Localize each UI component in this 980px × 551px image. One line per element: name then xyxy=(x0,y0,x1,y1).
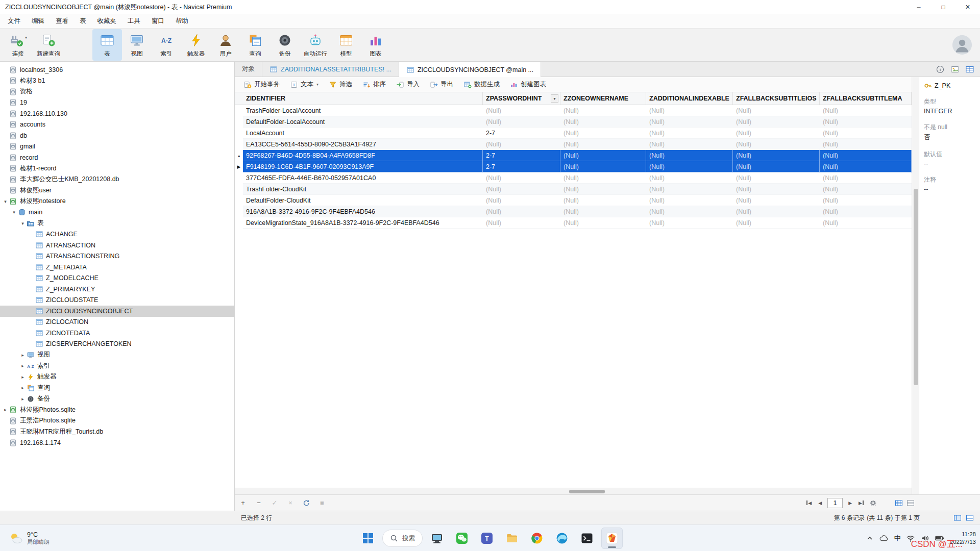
table-row[interactable]: ●92F68267-B46D-4D55-8B04-A4FA9658FD8F2-7… xyxy=(235,150,912,161)
tree-item[interactable]: 李大辉公交巴士KMB_20201208.db xyxy=(0,174,234,185)
expand-chevron-icon[interactable]: ▾ xyxy=(19,221,26,226)
menu-item[interactable]: 查看 xyxy=(50,15,74,28)
menu-item[interactable]: 文件 xyxy=(2,15,26,28)
table-cell[interactable]: (Null) xyxy=(820,184,912,195)
table-cell[interactable]: (Null) xyxy=(733,139,820,150)
model-button[interactable]: 模型 xyxy=(331,29,361,61)
table-cell[interactable]: (Null) xyxy=(820,116,912,128)
table-cell[interactable]: (Null) xyxy=(560,116,646,128)
tab-objects[interactable]: 对象 xyxy=(235,62,262,77)
tree-item[interactable]: ZICCLOUDSYNCINGOBJECT xyxy=(0,306,234,317)
table-cell[interactable]: (Null) xyxy=(646,217,733,229)
image-icon[interactable] xyxy=(950,64,960,74)
text-mode-button[interactable]: T文本▾ xyxy=(285,78,323,91)
table-cell[interactable]: TrashFolder-LocalAccount xyxy=(243,105,483,116)
terminal-taskbar-icon[interactable] xyxy=(576,528,598,549)
table-cell[interactable]: (Null) xyxy=(733,128,820,139)
table-cell[interactable]: (Null) xyxy=(560,184,646,195)
table-cell[interactable]: (Null) xyxy=(483,206,560,217)
edge-taskbar-icon[interactable] xyxy=(551,528,573,549)
table-cell[interactable]: (Null) xyxy=(483,105,560,116)
tree-item[interactable]: ATRANSACTION xyxy=(0,240,234,251)
teams-taskbar-icon[interactable]: T xyxy=(476,528,498,549)
sort-button[interactable]: 排序 xyxy=(358,78,390,91)
table-cell[interactable]: (Null) xyxy=(560,195,646,206)
monitor-app-taskbar-icon[interactable] xyxy=(426,528,448,549)
tree-item[interactable]: ▾表 xyxy=(0,218,234,229)
create-chart-button[interactable]: 创建图表 xyxy=(505,78,551,91)
table-row[interactable]: 916A8A1B-3372-4916-9F2C-9F4EBFA4D546(Nul… xyxy=(235,206,912,217)
taskbar-weather[interactable]: 9°C 局部晴朗 xyxy=(3,528,55,549)
tree-item[interactable]: Z_METADATA xyxy=(0,262,234,273)
previous-record-button[interactable]: ◀ xyxy=(817,499,823,507)
trigger-button[interactable]: 触发器 xyxy=(181,29,211,61)
table-cell[interactable]: 2-7 xyxy=(483,161,560,172)
tree-item[interactable]: accounts xyxy=(0,119,234,131)
new-query-button[interactable]: 新建查询 xyxy=(33,29,64,61)
table-cell[interactable]: (Null) xyxy=(560,128,646,139)
table-cell[interactable]: (Null) xyxy=(483,139,560,150)
table-row[interactable]: EA13CCE5-5614-455D-8090-2C5B3A1F4927(Nul… xyxy=(235,139,912,150)
table-cell[interactable]: LocalAccount xyxy=(243,128,483,139)
table-cell[interactable]: (Null) xyxy=(483,116,560,128)
menu-item[interactable]: 工具 xyxy=(122,15,146,28)
table-row[interactable]: ▶F9148199-1C6D-4B1F-9607-02093C913A9F2-7… xyxy=(235,161,912,172)
table-cell[interactable]: (Null) xyxy=(560,172,646,184)
table-cell[interactable]: (Null) xyxy=(646,105,733,116)
table-cell[interactable]: (Null) xyxy=(483,217,560,229)
tree-item[interactable]: record xyxy=(0,152,234,163)
tree-item[interactable]: 林俊熙user xyxy=(0,185,234,196)
first-record-button[interactable]: ◀ xyxy=(805,499,813,507)
table-cell[interactable]: (Null) xyxy=(820,128,912,139)
table-cell[interactable]: (Null) xyxy=(733,184,820,195)
tree-item[interactable]: ZICLOCATION xyxy=(0,317,234,328)
table-cell[interactable]: (Null) xyxy=(560,139,646,150)
table-cell[interactable]: (Null) xyxy=(820,206,912,217)
tree-item[interactable]: db xyxy=(0,130,234,141)
table-cell[interactable]: (Null) xyxy=(733,116,820,128)
table-cell[interactable]: (Null) xyxy=(646,172,733,184)
table-row[interactable]: LocalAccount2-7(Null)(Null)(Null)(Null) xyxy=(235,128,912,139)
expand-chevron-icon[interactable]: ▸ xyxy=(19,396,26,402)
page-number-input[interactable] xyxy=(827,498,843,508)
table-cell[interactable]: (Null) xyxy=(646,195,733,206)
expand-chevron-icon[interactable]: ▾ xyxy=(11,210,17,215)
menu-item[interactable]: 帮助 xyxy=(170,15,194,28)
table-cell[interactable]: (Null) xyxy=(820,172,912,184)
column-header[interactable]: ZFALLBACKSUBTITLEMA xyxy=(820,92,912,105)
table-cell[interactable]: (Null) xyxy=(646,150,733,161)
table-cell[interactable]: 2-7 xyxy=(483,150,560,161)
expand-chevron-icon[interactable]: ▸ xyxy=(19,385,26,390)
tab-ziccloudsyncingobject[interactable]: ZICCLOUDSYNCINGOBJECT @main ... xyxy=(399,62,541,77)
horizontal-scrollbar[interactable] xyxy=(235,488,912,494)
refresh-icon[interactable] xyxy=(302,499,310,507)
table-row[interactable]: DeviceMigrationState_916A8A1B-3372-4916-… xyxy=(235,217,912,229)
grid-view-button[interactable] xyxy=(895,499,903,507)
table-cell[interactable]: (Null) xyxy=(560,150,646,161)
table-cell[interactable]: (Null) xyxy=(646,116,733,128)
table-cell[interactable]: (Null) xyxy=(820,139,912,150)
start-button[interactable] xyxy=(357,528,379,549)
backup-button[interactable]: 备份 xyxy=(270,29,300,61)
menu-item[interactable]: 窗口 xyxy=(146,15,170,28)
chevron-up-icon[interactable] xyxy=(866,534,874,542)
tree-item[interactable]: ▾main xyxy=(0,207,234,218)
panel-grid-icon[interactable] xyxy=(965,64,975,74)
table-cell[interactable]: (Null) xyxy=(820,150,912,161)
table-cell[interactable]: (Null) xyxy=(646,128,733,139)
expand-chevron-icon[interactable]: ▸ xyxy=(19,374,26,380)
maximize-button[interactable]: □ xyxy=(931,0,955,14)
chart-button[interactable]: 图表 xyxy=(361,29,390,61)
begin-transaction-button[interactable]: 开始事务 xyxy=(239,78,284,91)
vertical-scrollbar[interactable] xyxy=(912,77,919,494)
table-cell[interactable]: (Null) xyxy=(646,206,733,217)
table-cell[interactable]: (Null) xyxy=(646,161,733,172)
table-cell[interactable]: (Null) xyxy=(483,195,560,206)
tree-item[interactable]: Z_PRIMARYKEY xyxy=(0,284,234,295)
table-cell[interactable]: EA13CCE5-5614-455D-8090-2C5B3A1F4927 xyxy=(243,139,483,150)
tree-item[interactable]: ▸视图 xyxy=(0,349,234,361)
apply-changes-icon[interactable]: ✓ xyxy=(271,499,279,507)
table-cell[interactable]: (Null) xyxy=(733,105,820,116)
connection-button[interactable]: ▾连接 xyxy=(3,29,33,61)
tree-item[interactable]: ZICCLOUDSTATE xyxy=(0,295,234,306)
